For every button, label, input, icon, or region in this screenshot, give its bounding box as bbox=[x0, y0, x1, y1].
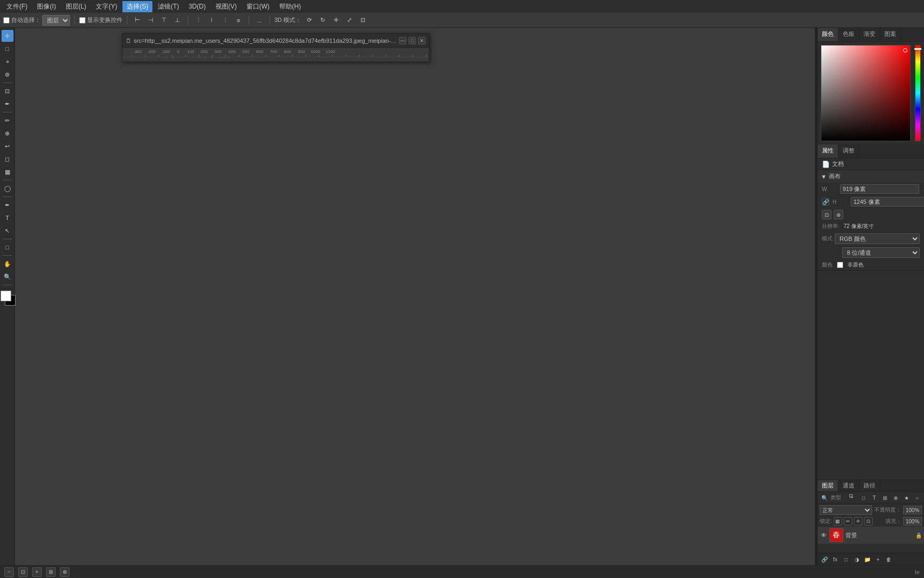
zoom-out-btn[interactable]: − bbox=[4, 567, 14, 577]
tool-shape[interactable]: □ bbox=[2, 241, 13, 253]
tool-eyedropper[interactable]: ✒ bbox=[2, 98, 13, 110]
show-transform-input[interactable] bbox=[79, 17, 86, 24]
distribute-left-btn[interactable]: ⋮ bbox=[192, 14, 204, 26]
canvas-section-header[interactable]: ▼ 画布 bbox=[818, 170, 924, 182]
add-group-btn[interactable]: 📁 bbox=[863, 554, 872, 564]
menu-image[interactable]: 图像(I) bbox=[33, 1, 60, 12]
fill-input[interactable] bbox=[903, 517, 922, 526]
lock-pixels-btn[interactable]: ✏ bbox=[844, 517, 852, 526]
distribute-right-btn[interactable]: ⋮ bbox=[219, 14, 231, 26]
menu-file[interactable]: 文件(F) bbox=[2, 1, 32, 12]
lock-transparent-btn[interactable]: ▦ bbox=[834, 517, 842, 526]
lock-position-btn[interactable]: ✛ bbox=[854, 517, 863, 526]
tool-pen[interactable]: ✒ bbox=[2, 199, 13, 211]
3d-rotate-btn[interactable]: ⟳ bbox=[303, 14, 315, 26]
layer-icon-5[interactable]: ⊕ bbox=[891, 493, 900, 503]
tab-pattern[interactable]: 图案 bbox=[880, 28, 901, 41]
tool-move[interactable]: ✛ bbox=[2, 30, 13, 42]
tool-dodge[interactable]: ◯ bbox=[2, 182, 13, 194]
tool-brush[interactable]: ✏ bbox=[2, 115, 13, 126]
tool-select-rect[interactable]: □ bbox=[2, 43, 13, 55]
canvas-area[interactable]: 🗒 src=http__ss2.meipian.me_users_4829043… bbox=[15, 28, 815, 565]
delete-layer-btn[interactable]: 🗑 bbox=[884, 554, 894, 564]
tool-quick-select[interactable]: ⊛ bbox=[2, 69, 13, 80]
zoom-fit-btn[interactable]: ⊡ bbox=[18, 567, 28, 577]
menu-text[interactable]: 文字(Y) bbox=[91, 1, 121, 12]
color-gradient-picker[interactable] bbox=[821, 45, 911, 141]
align-right-btn[interactable]: ⊤ bbox=[158, 14, 170, 26]
bit-depth-select[interactable]: 8 位/通道 bbox=[842, 247, 920, 258]
link-proportions-icon[interactable]: 🔗 bbox=[822, 198, 829, 206]
color-mode-select[interactable]: RGB 颜色 bbox=[835, 233, 920, 244]
more-options-btn[interactable]: ... bbox=[253, 14, 265, 26]
foreground-background-colors[interactable] bbox=[1, 291, 17, 307]
menu-filter[interactable]: 滤镜(T) bbox=[153, 1, 183, 12]
tab-swatches[interactable]: 色板 bbox=[838, 28, 859, 41]
search-layer-icon[interactable]: 🔍 bbox=[820, 493, 829, 503]
tool-clone[interactable]: ⊕ bbox=[2, 127, 13, 139]
tool-gradient[interactable]: ▦ bbox=[2, 166, 13, 178]
zoom-in-btn[interactable]: + bbox=[32, 567, 42, 577]
adjustment-layer-icon[interactable]: ⊞ bbox=[880, 493, 890, 503]
canvas-w-input[interactable] bbox=[840, 184, 919, 194]
canvas-h-input[interactable] bbox=[851, 197, 924, 207]
tab-layers[interactable]: 图层 bbox=[818, 480, 838, 491]
tool-eraser[interactable]: ◻ bbox=[2, 153, 13, 165]
tool-history-brush[interactable]: ↩ bbox=[2, 140, 13, 152]
blend-mode-select[interactable]: 正常 bbox=[820, 505, 872, 515]
add-mask-btn[interactable]: □ bbox=[841, 554, 851, 564]
canvas-fit-icon[interactable]: ⊡ bbox=[822, 210, 831, 219]
menu-select[interactable]: 选择(S) bbox=[122, 1, 152, 12]
doc-minimize-btn[interactable]: — bbox=[399, 37, 406, 44]
text-layer-icon[interactable]: T bbox=[869, 493, 879, 503]
foreground-color-swatch[interactable] bbox=[1, 291, 11, 301]
align-bottom-btn[interactable]: ⊥ bbox=[172, 14, 183, 26]
fx-icon[interactable]: fx bbox=[848, 493, 858, 503]
tool-lasso[interactable]: ⌖ bbox=[2, 56, 13, 67]
tab-gradient[interactable]: 渐变 bbox=[859, 28, 880, 41]
lock-artboard-btn[interactable]: ⊡ bbox=[864, 517, 873, 526]
menu-3d[interactable]: 3D(D) bbox=[184, 2, 210, 11]
menu-layer[interactable]: 图层(L) bbox=[61, 1, 91, 12]
layer-item-background[interactable]: 👁 春 背景 🔒 bbox=[818, 527, 924, 544]
tab-color[interactable]: 颜色 bbox=[818, 28, 838, 41]
tab-paths[interactable]: 路径 bbox=[859, 480, 880, 491]
tab-adjustments[interactable]: 调整 bbox=[838, 144, 859, 158]
auto-select-dropdown[interactable]: 图层 bbox=[42, 15, 70, 26]
tab-properties[interactable]: 属性 bbox=[818, 144, 838, 158]
distribute-center-btn[interactable]: ⁞ bbox=[206, 14, 218, 26]
3d-pan-btn[interactable]: ✛ bbox=[330, 14, 342, 26]
3d-scale-btn[interactable]: ⊡ bbox=[357, 14, 368, 26]
layer-style-icon[interactable]: □ bbox=[859, 493, 868, 503]
doc-close-btn[interactable]: ✕ bbox=[418, 37, 426, 44]
menu-window[interactable]: 窗口(W) bbox=[242, 1, 274, 12]
add-link-btn[interactable]: 🔗 bbox=[820, 554, 829, 564]
opacity-input[interactable] bbox=[903, 506, 922, 514]
canvas-crop-icon[interactable]: ⊛ bbox=[834, 210, 843, 219]
tool-text[interactable]: T bbox=[2, 212, 13, 224]
3d-slide-btn[interactable]: ⤢ bbox=[343, 14, 355, 26]
3d-roll-btn[interactable]: ↻ bbox=[317, 14, 328, 26]
menu-view[interactable]: 视图(V) bbox=[211, 1, 241, 12]
zoom-fill-btn[interactable]: ⊞ bbox=[46, 567, 56, 577]
tool-hand[interactable]: ✋ bbox=[2, 258, 13, 270]
align-center-h-btn[interactable]: ⊣ bbox=[145, 14, 157, 26]
arrange-btn[interactable]: ⊕ bbox=[60, 567, 70, 577]
layer-visibility-toggle[interactable]: 👁 bbox=[820, 531, 827, 539]
layer-icon-7[interactable]: ○ bbox=[912, 493, 922, 503]
distribute-bottom-btn[interactable]: ≡ bbox=[233, 14, 244, 26]
smart-filter-icon[interactable]: ★ bbox=[902, 493, 911, 503]
tool-crop[interactable]: ⊡ bbox=[2, 85, 13, 97]
auto-select-checkbox[interactable]: 自动选择： bbox=[3, 16, 41, 24]
tool-path-select[interactable]: ↖ bbox=[2, 225, 13, 237]
align-left-btn[interactable]: ⊢ bbox=[132, 14, 143, 26]
tab-channels[interactable]: 通道 bbox=[838, 480, 859, 491]
show-transform-checkbox[interactable]: 显示变换控件 bbox=[79, 16, 122, 24]
menu-help[interactable]: 帮助(H) bbox=[275, 1, 305, 12]
add-layer-btn[interactable]: + bbox=[873, 554, 883, 564]
tool-zoom[interactable]: 🔍 bbox=[2, 271, 13, 283]
hue-slider[interactable] bbox=[915, 45, 921, 141]
doc-maximize-btn[interactable]: □ bbox=[409, 37, 416, 44]
auto-select-input[interactable] bbox=[3, 17, 10, 24]
add-adjustment-btn[interactable]: ◑ bbox=[852, 554, 861, 564]
